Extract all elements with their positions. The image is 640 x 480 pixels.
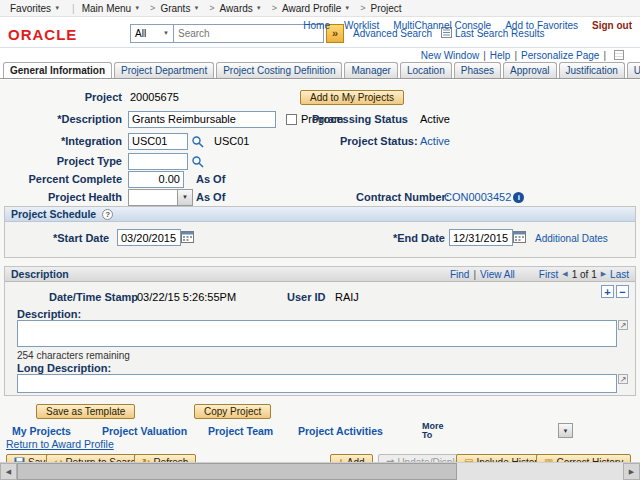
add-to-my-projects-button[interactable]: Add to My Projects <box>300 90 404 105</box>
long-description-textarea[interactable] <box>17 374 617 393</box>
tab-general-information[interactable]: General Information <box>3 62 112 78</box>
breadcrumb-main-menu[interactable]: Main Menu ▼ <box>82 3 140 14</box>
additional-dates-link[interactable]: Additional Dates <box>535 233 608 244</box>
help-icon[interactable]: ? <box>102 209 113 220</box>
tab-approval[interactable]: Approval <box>503 62 556 78</box>
end-date-input[interactable] <box>449 229 513 246</box>
search-scope-select[interactable]: All ▼ <box>130 24 174 43</box>
help-link[interactable]: Help <box>490 50 511 61</box>
action-buttons-row: Save as Template Copy Project <box>0 402 640 420</box>
percent-complete-input[interactable] <box>128 171 184 188</box>
lookup-icon[interactable] <box>191 135 204 148</box>
datetime-stamp-value: 03/22/15 5:26:55PM <box>137 291 236 303</box>
home-link[interactable]: Home <box>303 20 330 31</box>
scrollbar-track[interactable] <box>457 463 623 480</box>
breadcrumb-item-grants[interactable]: Grants ▼ <box>160 3 199 14</box>
breadcrumb-favorites[interactable]: Favorites ▼ <box>10 3 60 14</box>
copy-url-icon[interactable] <box>614 50 624 60</box>
program-checkbox[interactable] <box>286 114 297 125</box>
description-input[interactable] <box>128 111 276 128</box>
tab-manager[interactable]: Manager <box>344 62 397 78</box>
scrollbar-thumb[interactable] <box>17 463 457 480</box>
more-options-dropdown[interactable]: ▼ <box>558 423 573 438</box>
project-team-link[interactable]: Project Team <box>208 425 273 437</box>
next-row-icon[interactable]: ▶ <box>601 270 606 278</box>
personalize-page-link[interactable]: Personalize Page <box>521 50 599 61</box>
tab-phases[interactable]: Phases <box>454 62 501 78</box>
first-link[interactable]: First <box>539 269 558 280</box>
project-schedule-body: *Start Date *End Date Additional Dates <box>5 222 635 257</box>
breadcrumb-item-label: Grants <box>160 3 190 14</box>
chevron-down-icon: ▼ <box>54 5 60 11</box>
calendar-icon[interactable] <box>513 230 526 245</box>
breadcrumb-divider: | <box>72 3 75 14</box>
project-value: 20005675 <box>130 91 179 103</box>
percent-complete-label: Percent Complete <box>0 173 122 185</box>
project-type-input[interactable] <box>128 153 188 170</box>
add-row-icon[interactable]: + <box>601 285 614 298</box>
percent-complete-row: Percent Complete As Of <box>0 170 640 188</box>
tab-justification[interactable]: Justification <box>559 62 625 78</box>
multichannel-console-link[interactable]: MultiChannel Console <box>393 20 491 31</box>
tab-project-costing-definition[interactable]: Project Costing Definition <box>216 62 342 78</box>
grid-controls: Find | View All First ◀ 1 of 1 ▶ Last <box>450 269 629 280</box>
breadcrumb-separator: > <box>150 3 155 13</box>
project-health-select[interactable]: ▼ <box>128 189 193 206</box>
delete-row-icon[interactable]: − <box>616 285 629 298</box>
project-schedule-section: Project Schedule ? *Start Date *End Date… <box>4 206 636 258</box>
copy-project-button[interactable]: Copy Project <box>194 404 271 419</box>
project-type-label: Project Type <box>0 155 122 167</box>
project-valuation-link[interactable]: Project Valuation <box>102 425 187 437</box>
worklist-link[interactable]: Worklist <box>344 20 379 31</box>
horizontal-scrollbar: ◀ ▶ <box>0 462 640 480</box>
find-link[interactable]: Find <box>450 269 469 280</box>
start-date-input[interactable] <box>117 229 181 246</box>
description-label: *Description <box>0 113 122 125</box>
page-bar: New Window | Help | Personalize Page | <box>0 48 640 62</box>
lookup-icon[interactable] <box>191 155 204 168</box>
breadcrumb: Favorites ▼ | Main Menu ▼ > Grants ▼ > A… <box>0 0 640 17</box>
breadcrumb-item-label: Award Profile <box>282 3 341 14</box>
header-links: Home Worklist MultiChannel Console Add t… <box>289 20 632 31</box>
chevron-down-icon: ▼ <box>193 5 199 11</box>
save-as-template-button[interactable]: Save as Template <box>36 404 135 419</box>
peoplesoft-window: Favorites ▼ | Main Menu ▼ > Grants ▼ > A… <box>0 0 640 480</box>
tab-bar: General Information Project Department P… <box>0 62 640 79</box>
breadcrumb-item-awards[interactable]: Awards ▼ <box>220 3 262 14</box>
chevron-down-icon: ▼ <box>344 5 350 11</box>
sign-out-link[interactable]: Sign out <box>592 20 632 31</box>
return-to-award-profile-link[interactable]: Return to Award Profile <box>6 438 114 450</box>
related-actions-icon[interactable]: i <box>513 192 524 203</box>
add-to-favorites-link[interactable]: Add to Favorites <box>505 20 578 31</box>
header: ORACLE All ▼ » Advanced Search Last Sear… <box>0 17 640 48</box>
scroll-left-icon[interactable]: ◀ <box>0 463 17 480</box>
tab-project-department[interactable]: Project Department <box>114 62 214 78</box>
expand-field-icon[interactable]: ↗ <box>618 320 628 330</box>
scroll-right-icon[interactable]: ▶ <box>623 463 640 480</box>
integration-label: *Integration <box>0 135 122 147</box>
project-status-value[interactable]: Active <box>420 135 450 147</box>
breadcrumb-separator: > <box>272 3 277 13</box>
last-link[interactable]: Last <box>610 269 629 280</box>
integration-input[interactable] <box>128 133 188 150</box>
project-status-label: Project Status: <box>340 135 418 147</box>
end-date-label: *End Date <box>393 232 445 244</box>
expand-field-icon[interactable]: ↗ <box>618 374 628 384</box>
contract-number-link[interactable]: CON0003452i <box>444 191 524 204</box>
breadcrumb-favorites-label: Favorites <box>10 3 51 14</box>
description-textarea[interactable] <box>17 320 617 347</box>
tab-location[interactable]: Location <box>400 62 452 78</box>
new-window-link[interactable]: New Window <box>421 50 479 61</box>
breadcrumb-item-project: Project <box>371 3 402 14</box>
chevron-down-icon: ▼ <box>134 5 140 11</box>
previous-row-icon[interactable]: ◀ <box>562 270 567 278</box>
my-projects-link[interactable]: My Projects <box>12 425 71 437</box>
project-activities-link[interactable]: Project Activities <box>298 425 383 437</box>
view-all-link[interactable]: View All <box>480 269 515 280</box>
project-type-row: Project Type <box>0 152 640 170</box>
as-of-label: As Of <box>196 191 225 203</box>
breadcrumb-item-award-profile[interactable]: Award Profile ▼ <box>282 3 350 14</box>
project-health-label: Project Health <box>0 191 122 203</box>
calendar-icon[interactable] <box>181 230 194 245</box>
tab-user-fields[interactable]: User Fields <box>627 62 640 78</box>
